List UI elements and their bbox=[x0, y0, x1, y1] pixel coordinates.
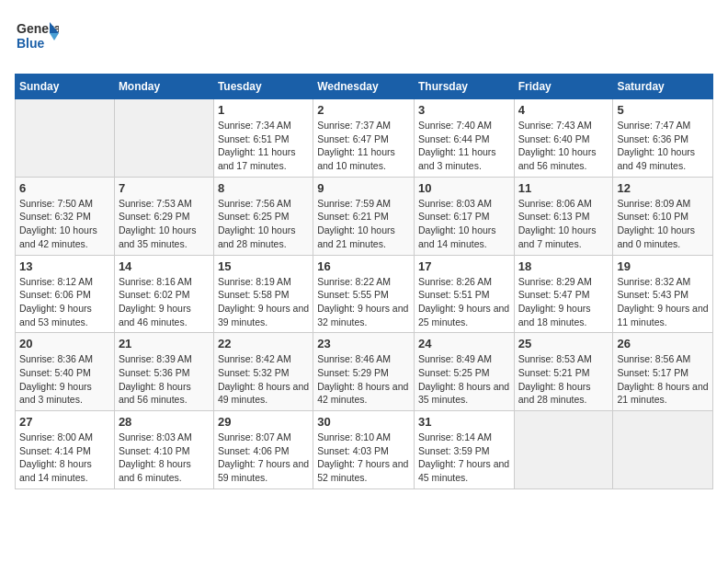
day-info: Sunrise: 8:22 AMSunset: 5:55 PMDaylight:… bbox=[317, 275, 410, 329]
day-number: 15 bbox=[218, 259, 309, 273]
day-info: Sunrise: 8:03 AMSunset: 6:17 PMDaylight:… bbox=[418, 197, 510, 251]
day-number: 6 bbox=[19, 181, 110, 195]
svg-marker-3 bbox=[50, 33, 59, 40]
day-number: 9 bbox=[317, 181, 410, 195]
day-of-week-header: Saturday bbox=[613, 75, 713, 99]
day-number: 19 bbox=[617, 259, 709, 273]
day-number: 5 bbox=[617, 103, 709, 117]
logo: General Blue bbox=[15, 15, 59, 63]
day-info: Sunrise: 7:34 AMSunset: 6:51 PMDaylight:… bbox=[218, 119, 309, 173]
calendar-cell: 24Sunrise: 8:49 AMSunset: 5:25 PMDayligh… bbox=[414, 333, 514, 411]
calendar-cell: 16Sunrise: 8:22 AMSunset: 5:55 PMDayligh… bbox=[313, 255, 415, 333]
day-number: 30 bbox=[317, 415, 410, 429]
calendar-week-row: 20Sunrise: 8:36 AMSunset: 5:40 PMDayligh… bbox=[16, 333, 713, 411]
calendar-cell: 23Sunrise: 8:46 AMSunset: 5:29 PMDayligh… bbox=[313, 333, 415, 411]
calendar-cell: 4Sunrise: 7:43 AMSunset: 6:40 PMDaylight… bbox=[514, 99, 613, 178]
day-of-week-header: Monday bbox=[114, 75, 213, 99]
day-number: 2 bbox=[317, 103, 410, 117]
day-info: Sunrise: 8:39 AMSunset: 5:36 PMDaylight:… bbox=[119, 352, 210, 407]
day-info: Sunrise: 8:12 AMSunset: 6:06 PMDaylight:… bbox=[19, 275, 110, 329]
day-info: Sunrise: 8:49 AMSunset: 5:25 PMDaylight:… bbox=[418, 352, 510, 407]
day-of-week-header: Wednesday bbox=[313, 75, 415, 99]
day-number: 1 bbox=[218, 103, 309, 117]
calendar-cell: 7Sunrise: 7:53 AMSunset: 6:29 PMDaylight… bbox=[114, 177, 213, 255]
day-info: Sunrise: 8:53 AMSunset: 5:21 PMDaylight:… bbox=[518, 352, 609, 407]
day-info: Sunrise: 7:47 AMSunset: 6:36 PMDaylight:… bbox=[617, 119, 709, 173]
day-of-week-header: Thursday bbox=[414, 75, 514, 99]
day-number: 14 bbox=[119, 259, 210, 273]
day-of-week-header: Friday bbox=[514, 75, 613, 99]
calendar-cell: 5Sunrise: 7:47 AMSunset: 6:36 PMDaylight… bbox=[613, 99, 713, 178]
calendar-cell: 8Sunrise: 7:56 AMSunset: 6:25 PMDaylight… bbox=[213, 177, 313, 255]
day-info: Sunrise: 8:19 AMSunset: 5:58 PMDaylight:… bbox=[218, 275, 309, 329]
calendar-cell: 30Sunrise: 8:10 AMSunset: 4:03 PMDayligh… bbox=[313, 411, 415, 489]
calendar-header-row: SundayMondayTuesdayWednesdayThursdayFrid… bbox=[16, 75, 713, 99]
calendar-cell bbox=[16, 99, 115, 178]
day-number: 4 bbox=[518, 103, 609, 117]
day-info: Sunrise: 8:56 AMSunset: 5:17 PMDaylight:… bbox=[617, 352, 709, 407]
day-of-week-header: Tuesday bbox=[213, 75, 313, 99]
day-number: 28 bbox=[119, 415, 210, 429]
calendar-week-row: 6Sunrise: 7:50 AMSunset: 6:32 PMDaylight… bbox=[16, 177, 713, 255]
day-number: 20 bbox=[19, 337, 110, 350]
calendar-week-row: 1Sunrise: 7:34 AMSunset: 6:51 PMDaylight… bbox=[16, 99, 713, 178]
day-number: 10 bbox=[418, 181, 510, 195]
calendar-week-row: 13Sunrise: 8:12 AMSunset: 6:06 PMDayligh… bbox=[16, 255, 713, 333]
calendar-cell: 27Sunrise: 8:00 AMSunset: 4:14 PMDayligh… bbox=[16, 411, 115, 489]
calendar-cell: 26Sunrise: 8:56 AMSunset: 5:17 PMDayligh… bbox=[613, 333, 713, 411]
calendar-cell bbox=[114, 99, 213, 178]
calendar-cell: 20Sunrise: 8:36 AMSunset: 5:40 PMDayligh… bbox=[16, 333, 115, 411]
day-info: Sunrise: 7:53 AMSunset: 6:29 PMDaylight:… bbox=[119, 197, 210, 251]
day-number: 24 bbox=[418, 337, 510, 350]
day-info: Sunrise: 8:03 AMSunset: 4:10 PMDaylight:… bbox=[119, 431, 210, 485]
day-info: Sunrise: 8:06 AMSunset: 6:13 PMDaylight:… bbox=[518, 197, 609, 251]
day-info: Sunrise: 7:40 AMSunset: 6:44 PMDaylight:… bbox=[418, 119, 510, 173]
logo-graphic: General Blue bbox=[15, 15, 59, 63]
day-info: Sunrise: 7:37 AMSunset: 6:47 PMDaylight:… bbox=[317, 119, 410, 173]
day-number: 18 bbox=[518, 259, 609, 273]
calendar-cell: 28Sunrise: 8:03 AMSunset: 4:10 PMDayligh… bbox=[114, 411, 213, 489]
calendar-cell: 3Sunrise: 7:40 AMSunset: 6:44 PMDaylight… bbox=[414, 99, 514, 178]
calendar-cell: 2Sunrise: 7:37 AMSunset: 6:47 PMDaylight… bbox=[313, 99, 415, 178]
calendar-cell: 15Sunrise: 8:19 AMSunset: 5:58 PMDayligh… bbox=[213, 255, 313, 333]
calendar-cell: 25Sunrise: 8:53 AMSunset: 5:21 PMDayligh… bbox=[514, 333, 613, 411]
calendar-cell bbox=[613, 411, 713, 489]
day-info: Sunrise: 7:59 AMSunset: 6:21 PMDaylight:… bbox=[317, 197, 410, 251]
day-info: Sunrise: 8:14 AMSunset: 3:59 PMDaylight:… bbox=[418, 431, 510, 485]
day-info: Sunrise: 7:43 AMSunset: 6:40 PMDaylight:… bbox=[518, 119, 609, 173]
calendar-cell: 6Sunrise: 7:50 AMSunset: 6:32 PMDaylight… bbox=[16, 177, 115, 255]
calendar-cell: 12Sunrise: 8:09 AMSunset: 6:10 PMDayligh… bbox=[613, 177, 713, 255]
calendar-cell: 18Sunrise: 8:29 AMSunset: 5:47 PMDayligh… bbox=[514, 255, 613, 333]
day-number: 23 bbox=[317, 337, 410, 350]
day-number: 29 bbox=[218, 415, 309, 429]
day-number: 13 bbox=[19, 259, 110, 273]
day-number: 11 bbox=[518, 181, 609, 195]
day-number: 3 bbox=[418, 103, 510, 117]
day-of-week-header: Sunday bbox=[16, 75, 115, 99]
day-info: Sunrise: 7:56 AMSunset: 6:25 PMDaylight:… bbox=[218, 197, 309, 251]
day-info: Sunrise: 8:07 AMSunset: 4:06 PMDaylight:… bbox=[218, 431, 309, 485]
day-number: 21 bbox=[119, 337, 210, 350]
calendar-cell: 19Sunrise: 8:32 AMSunset: 5:43 PMDayligh… bbox=[613, 255, 713, 333]
day-number: 7 bbox=[119, 181, 210, 195]
calendar-cell: 1Sunrise: 7:34 AMSunset: 6:51 PMDaylight… bbox=[213, 99, 313, 178]
calendar-cell: 17Sunrise: 8:26 AMSunset: 5:51 PMDayligh… bbox=[414, 255, 514, 333]
day-info: Sunrise: 8:26 AMSunset: 5:51 PMDaylight:… bbox=[418, 275, 510, 329]
day-number: 8 bbox=[218, 181, 309, 195]
calendar-cell: 22Sunrise: 8:42 AMSunset: 5:32 PMDayligh… bbox=[213, 333, 313, 411]
calendar-cell: 29Sunrise: 8:07 AMSunset: 4:06 PMDayligh… bbox=[213, 411, 313, 489]
day-info: Sunrise: 8:29 AMSunset: 5:47 PMDaylight:… bbox=[518, 275, 609, 329]
day-info: Sunrise: 7:50 AMSunset: 6:32 PMDaylight:… bbox=[19, 197, 110, 251]
calendar: SundayMondayTuesdayWednesdayThursdayFrid… bbox=[15, 74, 713, 489]
calendar-cell: 13Sunrise: 8:12 AMSunset: 6:06 PMDayligh… bbox=[16, 255, 115, 333]
day-info: Sunrise: 8:10 AMSunset: 4:03 PMDaylight:… bbox=[317, 431, 410, 485]
day-info: Sunrise: 8:32 AMSunset: 5:43 PMDaylight:… bbox=[617, 275, 709, 329]
day-info: Sunrise: 8:42 AMSunset: 5:32 PMDaylight:… bbox=[218, 352, 309, 407]
svg-text:Blue: Blue bbox=[17, 36, 45, 51]
day-info: Sunrise: 8:09 AMSunset: 6:10 PMDaylight:… bbox=[617, 197, 709, 251]
day-number: 25 bbox=[518, 337, 609, 350]
day-number: 12 bbox=[617, 181, 709, 195]
header: General Blue bbox=[15, 15, 713, 63]
calendar-cell bbox=[514, 411, 613, 489]
calendar-cell: 11Sunrise: 8:06 AMSunset: 6:13 PMDayligh… bbox=[514, 177, 613, 255]
